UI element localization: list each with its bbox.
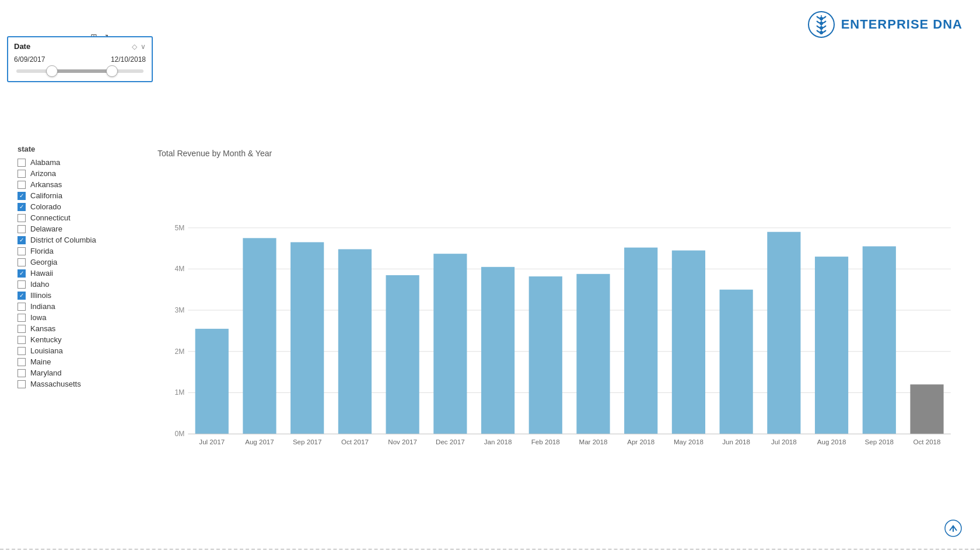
state-item[interactable]: Hawaii — [18, 269, 134, 278]
state-item[interactable]: Indiana — [18, 302, 134, 311]
bar[interactable] — [195, 329, 229, 434]
svg-point-5 — [820, 31, 823, 34]
state-label: Louisiana — [30, 346, 63, 355]
x-label: Sep 2018 — [864, 438, 894, 445]
subscribe-icon[interactable] — [944, 519, 963, 541]
state-item[interactable]: Idaho — [18, 280, 134, 289]
bar[interactable] — [529, 276, 562, 434]
state-label: Illinois — [30, 291, 51, 300]
state-checkbox[interactable] — [18, 280, 26, 289]
state-item[interactable]: Iowa — [18, 313, 134, 322]
x-label: Sep 2017 — [293, 438, 322, 445]
svg-point-3 — [820, 22, 823, 25]
slider-thumb-left[interactable] — [46, 65, 58, 77]
x-label: Mar 2018 — [579, 438, 608, 445]
state-checkbox[interactable] — [18, 347, 26, 355]
x-label: Aug 2018 — [817, 438, 846, 445]
slicer-reset-icon[interactable]: ◇ — [132, 43, 137, 51]
x-label: May 2018 — [674, 438, 704, 445]
state-item[interactable]: Massachusetts — [18, 380, 134, 388]
bar[interactable] — [481, 267, 514, 434]
bar[interactable] — [720, 290, 753, 434]
state-checkbox[interactable] — [18, 159, 26, 167]
state-label: Iowa — [30, 313, 46, 322]
state-checkbox[interactable] — [18, 170, 26, 178]
state-checkbox[interactable] — [18, 303, 26, 311]
state-checkbox[interactable] — [18, 325, 26, 333]
bar-chart: 5M4M3M2M1M0MJul 2017Aug 2017Sep 2017Oct … — [158, 165, 963, 515]
bar[interactable] — [386, 275, 419, 434]
state-item[interactable]: Florida — [18, 247, 134, 255]
svg-text:0M: 0M — [175, 430, 185, 438]
x-label: Oct 2018 — [913, 438, 940, 445]
state-checkbox[interactable] — [18, 192, 26, 200]
state-checkbox[interactable] — [18, 225, 26, 233]
state-label: Alabama — [30, 158, 60, 167]
state-item[interactable]: Arkansas — [18, 180, 134, 189]
state-checkbox[interactable] — [18, 247, 26, 255]
state-item[interactable]: Kentucky — [18, 335, 134, 344]
state-item[interactable]: Alabama — [18, 158, 134, 167]
state-item[interactable]: Louisiana — [18, 346, 134, 355]
state-item[interactable]: Maine — [18, 357, 134, 366]
state-filter-label: state — [18, 145, 134, 153]
state-checkbox[interactable] — [18, 292, 26, 300]
x-label: Jan 2018 — [484, 438, 512, 445]
slicer-header: Date ◇ ∨ — [14, 42, 146, 51]
date-range-row: 6/09/2017 12/10/2018 — [14, 55, 146, 64]
state-checkbox[interactable] — [18, 236, 26, 244]
state-checkbox[interactable] — [18, 214, 26, 222]
state-item[interactable]: Arizona — [18, 169, 134, 178]
state-checkbox[interactable] — [18, 203, 26, 211]
state-label: Connecticut — [30, 213, 71, 222]
state-checkbox[interactable] — [18, 258, 26, 266]
state-checkbox[interactable] — [18, 181, 26, 189]
state-item[interactable]: Connecticut — [18, 213, 134, 222]
state-item[interactable]: District of Columbia — [18, 236, 134, 244]
bar[interactable] — [338, 249, 372, 434]
bar[interactable] — [815, 257, 848, 434]
bar[interactable] — [433, 254, 467, 434]
state-checkbox[interactable] — [18, 336, 26, 344]
slider-thumb-right[interactable] — [106, 65, 118, 77]
bar[interactable] — [576, 274, 610, 434]
chart-container: 5M4M3M2M1M0MJul 2017Aug 2017Sep 2017Oct … — [158, 165, 963, 515]
bar[interactable] — [243, 238, 276, 434]
state-label: Colorado — [30, 202, 61, 211]
svg-text:1M: 1M — [175, 388, 185, 396]
bar[interactable] — [910, 384, 943, 434]
bar[interactable] — [767, 232, 800, 434]
state-label: Kansas — [30, 324, 55, 333]
logo-icon — [807, 10, 835, 38]
x-label: Feb 2018 — [531, 438, 560, 445]
svg-text:4M: 4M — [175, 265, 185, 273]
date-start[interactable]: 6/09/2017 — [14, 55, 45, 64]
bar[interactable] — [863, 246, 896, 434]
state-item[interactable]: Kansas — [18, 324, 134, 333]
state-label: Idaho — [30, 280, 50, 289]
bar[interactable] — [290, 242, 324, 434]
logo-area: ENTERPRISE DNA — [807, 10, 963, 38]
state-item[interactable]: Maryland — [18, 368, 134, 377]
bar[interactable] — [672, 251, 705, 434]
slider-fill — [52, 69, 111, 73]
state-checkbox[interactable] — [18, 314, 26, 322]
svg-text:3M: 3M — [175, 306, 185, 314]
bottom-border — [0, 549, 980, 551]
date-end[interactable]: 12/10/2018 — [111, 55, 146, 64]
state-item[interactable]: Delaware — [18, 224, 134, 233]
state-item[interactable]: Illinois — [18, 291, 134, 300]
state-checkbox[interactable] — [18, 269, 26, 278]
slicer-expand-icon[interactable]: ∨ — [141, 43, 146, 51]
state-item[interactable]: Colorado — [18, 202, 134, 211]
state-label: Delaware — [30, 224, 62, 233]
state-checkbox[interactable] — [18, 380, 26, 388]
state-checkbox[interactable] — [18, 358, 26, 366]
state-item[interactable]: Georgia — [18, 258, 134, 266]
state-label: Massachusetts — [30, 380, 81, 388]
state-checkbox[interactable] — [18, 369, 26, 377]
state-item[interactable]: California — [18, 191, 134, 200]
bar[interactable] — [624, 248, 657, 434]
svg-text:2M: 2M — [175, 348, 185, 356]
svg-point-2 — [820, 17, 823, 20]
